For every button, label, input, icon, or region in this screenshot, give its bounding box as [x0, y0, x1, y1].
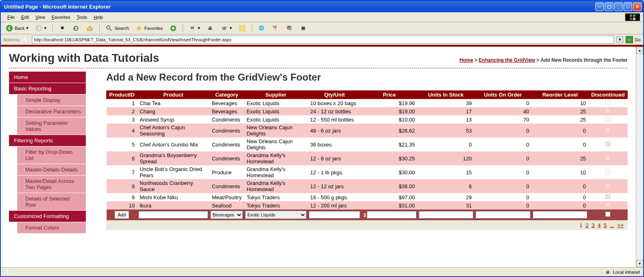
stock-input[interactable] [419, 211, 473, 218]
edit-button[interactable]: W▾ [218, 23, 235, 33]
price-input[interactable] [367, 211, 416, 218]
category-select[interactable]: Beverages [210, 211, 243, 219]
window-title: Untitled Page - Microsoft Internet Explo… [4, 4, 595, 10]
ie-resize-button[interactable]: ↔ [595, 2, 604, 11]
product-input[interactable] [139, 211, 208, 218]
column-header[interactable]: Units On Order [474, 91, 532, 99]
refresh-button[interactable] [70, 23, 82, 33]
qty-input[interactable] [309, 211, 360, 218]
print-button[interactable]: 🖶 [204, 23, 217, 33]
svg-point-5 [36, 25, 42, 32]
add-button[interactable]: Add [114, 211, 129, 219]
sidebar-item-0[interactable]: Home [9, 72, 86, 83]
menu-file[interactable]: File [4, 14, 18, 20]
discontinued-display [605, 141, 610, 146]
pager-more[interactable]: ... [610, 222, 614, 228]
pager-link[interactable]: 5 [604, 222, 606, 228]
search-icon [105, 25, 113, 32]
pager-link[interactable]: 4 [598, 222, 601, 228]
grid-icon: ▦ [300, 25, 307, 32]
sidebar-item-1[interactable]: Basic Reporting [9, 83, 86, 95]
column-header[interactable]: Reorder Level [532, 91, 588, 99]
sidebar-item-6[interactable]: Filter by Drop-Down List [17, 146, 86, 164]
address-dropdown-icon[interactable]: ▼ [616, 36, 623, 43]
pager-next[interactable]: >> [617, 222, 624, 228]
minimize-button[interactable]: _ [614, 2, 623, 11]
currency-label: $ [362, 212, 367, 218]
addressbar: Address 📄 ▼ → Go [1, 34, 643, 45]
menu-edit[interactable]: Edit [18, 14, 32, 20]
table-row: 9Mishi Kobe NikuMeat/PoultryTokyo Trader… [107, 193, 628, 201]
column-header[interactable]: Discontinued [588, 91, 627, 99]
sidebar: HomeBasic ReportingSimple DisplayDeclara… [9, 72, 86, 234]
column-header[interactable]: Qty/Unit [308, 91, 361, 99]
menu-help[interactable]: Help [90, 14, 106, 20]
pager-current: 1 [579, 222, 582, 228]
breadcrumb-current: Add New Records through the Footer [541, 57, 628, 63]
menu-favorites[interactable]: Favorites [48, 14, 73, 20]
statusbar: 📄 🖥 Local intranet [1, 267, 643, 276]
pager-link[interactable]: 2 [586, 222, 588, 228]
sidebar-item-2[interactable]: Simple Display [17, 95, 86, 106]
column-header[interactable]: Product [137, 91, 210, 99]
discontinued-display [605, 183, 610, 188]
page-title: Add a New Record from the GridView's Foo… [106, 72, 628, 83]
breadcrumb-section[interactable]: Enhancing the GridView [479, 57, 535, 63]
mail-button[interactable]: ✉▾ [186, 23, 203, 33]
reorder-input[interactable] [533, 211, 587, 218]
column-header[interactable]: Price [361, 91, 417, 99]
supplier-select[interactable]: Exotic Liquids [245, 211, 306, 219]
sidebar-item-3[interactable]: Declarative Parameters [17, 106, 86, 117]
discuss-button[interactable] [236, 23, 248, 33]
svg-rect-10 [239, 25, 245, 31]
ie-theater-button[interactable]: ▢ [605, 2, 613, 11]
sidebar-item-11[interactable]: Format Colors [17, 222, 86, 234]
discontinued-display [605, 127, 610, 133]
tool-1[interactable]: 🌐 [255, 23, 268, 33]
menu-tools[interactable]: Tools [74, 14, 91, 20]
favorites-button[interactable]: Favorites [133, 23, 165, 33]
scroll-up-icon[interactable]: ▲ [636, 47, 643, 54]
go-button[interactable]: → Go [626, 36, 641, 43]
menu-view[interactable]: View [32, 14, 49, 20]
back-button[interactable]: Back ▾ [3, 23, 31, 33]
vertical-scrollbar[interactable]: ▲ ▼ [636, 47, 643, 267]
tool-2[interactable]: 🐕 [269, 23, 282, 33]
sidebar-item-8[interactable]: Master/Detail Across Two Pages [17, 176, 86, 193]
search-button[interactable]: Search [103, 23, 131, 33]
sidebar-item-9[interactable]: Details of Selected Row [17, 193, 86, 211]
sidebar-item-10[interactable]: Customized Formatting [9, 211, 86, 222]
column-header[interactable]: Category [209, 91, 244, 99]
table-row: 6Grandma's Boysenberry SpreadCondimentsG… [107, 151, 628, 165]
discontinued-checkbox[interactable] [605, 212, 610, 217]
column-header[interactable]: Supplier [244, 91, 308, 99]
sidebar-item-7[interactable]: Master-Details-Details [17, 164, 86, 176]
sidebar-item-4[interactable]: Setting Parameter Values [17, 117, 86, 135]
order-input[interactable] [476, 211, 530, 218]
table-row: 1Chai TeaBeveragesExotic Liquids10 boxes… [107, 99, 628, 108]
table-row: 2ChangBeveragesExotic Liquids24 - 12 oz … [107, 107, 628, 115]
tool-3[interactable]: 📚 [283, 23, 295, 33]
dropdown-icon: ▾ [26, 25, 29, 31]
sidebar-item-5[interactable]: Filtering Reports [9, 135, 86, 146]
site-title: Working with Data Tutorials [9, 52, 159, 65]
word-icon: W [221, 25, 228, 32]
globe-icon: 🌐 [258, 25, 265, 32]
column-header[interactable]: Units In Stock [418, 91, 474, 99]
column-header[interactable]: ProductID [107, 91, 137, 99]
pager-link[interactable]: 3 [592, 222, 595, 228]
address-input[interactable] [32, 36, 614, 44]
discontinued-display [605, 100, 610, 105]
stop-button[interactable]: ✖ [56, 23, 68, 33]
breadcrumb-home[interactable]: Home [460, 57, 473, 63]
home-button[interactable] [84, 23, 96, 33]
close-button[interactable]: ✕ [633, 2, 642, 11]
star-icon [135, 25, 143, 32]
media-button[interactable] [167, 23, 179, 33]
tool-4[interactable]: ▦ [297, 23, 309, 33]
maximize-button[interactable]: □ [624, 2, 632, 11]
discontinued-display [605, 116, 610, 122]
forward-button[interactable]: ▾ [33, 23, 49, 33]
scroll-down-icon[interactable]: ▼ [636, 260, 643, 267]
discontinued-display [605, 202, 610, 207]
